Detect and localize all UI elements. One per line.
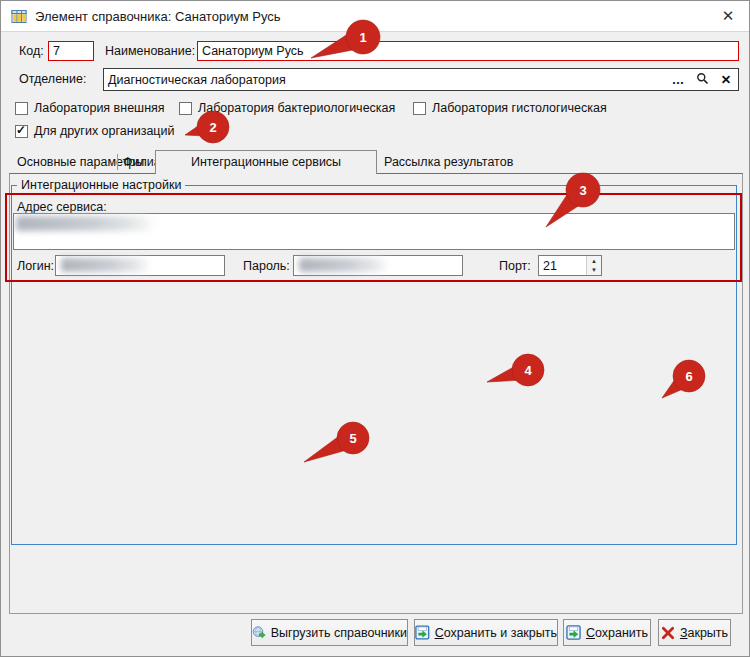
save-and-close-button[interactable]: Сохранить и закрыть: [414, 619, 558, 646]
name-label: Наименование:: [105, 44, 195, 59]
checkbox-external-lab[interactable]: ✓: [15, 102, 28, 115]
export-dictionaries-button[interactable]: Выгрузить справочники: [251, 619, 408, 646]
checkbox-bacteriological-lab-label: Лаборатория бактериологическая: [198, 101, 395, 116]
name-field[interactable]: Санаториум Русь: [197, 41, 739, 61]
save-label: Сохранить: [586, 626, 648, 640]
save-icon: [566, 625, 581, 640]
code-label: Код:: [19, 44, 44, 59]
redacted-address-text: [16, 216, 156, 231]
spin-down-icon[interactable]: ▼: [591, 267, 597, 273]
close-label: Закрыть: [680, 626, 728, 640]
window-close-button[interactable]: ✕: [717, 6, 739, 26]
port-stepper[interactable]: 21 ▲▼: [538, 255, 602, 276]
dictionary-grid-icon: [11, 8, 28, 25]
tab-integration-services[interactable]: Интеграционные сервисы: [155, 150, 377, 174]
search-icon: [696, 72, 709, 85]
tab-separator: [117, 154, 118, 170]
save-icon: [415, 625, 430, 640]
spin-up-icon[interactable]: ▲: [591, 258, 597, 264]
redacted-password-text: [299, 258, 389, 272]
department-clear-button[interactable]: ✕: [714, 72, 738, 87]
port-label: Порт:: [499, 259, 531, 274]
globe-export-icon: [252, 625, 266, 640]
redacted-login-text: [61, 258, 151, 272]
title-bar: Элемент справочника: Санаториум Русь ✕: [1, 1, 749, 32]
department-more-button[interactable]: …: [666, 73, 690, 87]
integration-settings-legend: Интеграционные настройки: [17, 178, 185, 193]
department-label: Отделение:: [19, 72, 86, 87]
checkbox-for-other-orgs-label: Для других организаций: [34, 124, 174, 139]
department-search-button[interactable]: [690, 72, 714, 88]
department-field[interactable]: Диагностическая лаборатория … ✕: [103, 68, 739, 91]
tab-result-mailing[interactable]: Рассылка результатов: [384, 155, 513, 169]
save-button[interactable]: Сохранить: [563, 619, 651, 646]
close-button[interactable]: Закрыть: [658, 619, 731, 646]
export-dictionaries-label: Выгрузить справочники: [271, 626, 407, 640]
check-icon: ✓: [16, 123, 26, 137]
window-title: Элемент справочника: Санаториум Русь: [35, 9, 281, 24]
checkbox-histological-lab[interactable]: ✓: [413, 102, 426, 115]
close-x-icon: [661, 626, 675, 640]
port-spin-buttons[interactable]: ▲▼: [586, 256, 601, 275]
checkbox-for-other-orgs[interactable]: ✓: [15, 125, 28, 138]
svg-text:2: 2: [209, 120, 216, 135]
login-label: Логин:: [17, 259, 54, 274]
save-and-close-label: Сохранить и закрыть: [435, 626, 557, 640]
code-field[interactable]: 7: [48, 41, 94, 61]
checkbox-external-lab-label: Лаборатория внешняя: [34, 101, 165, 116]
dialog-window: Элемент справочника: Санаториум Русь ✕ К…: [0, 0, 750, 657]
checkbox-histological-lab-label: Лаборатория гистологическая: [432, 101, 607, 116]
checkbox-bacteriological-lab[interactable]: ✓: [179, 102, 192, 115]
password-label: Пароль:: [243, 259, 290, 274]
